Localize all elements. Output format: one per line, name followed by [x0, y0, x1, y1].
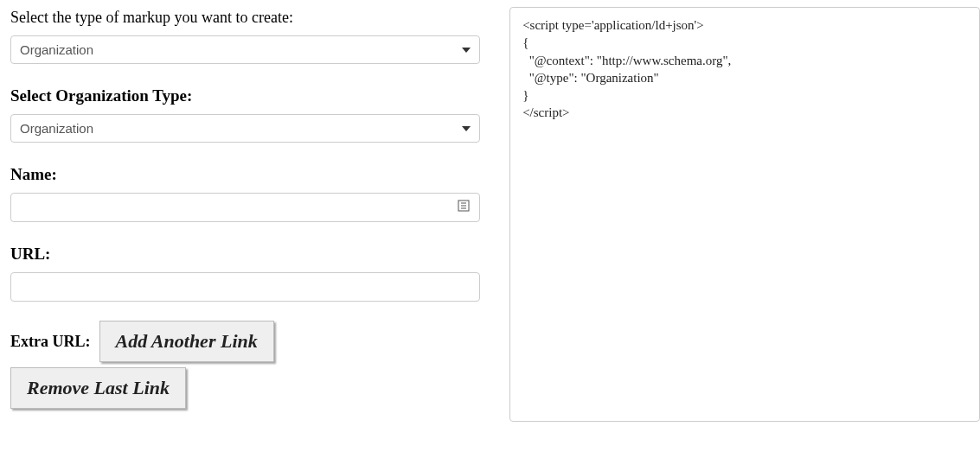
output-line: } [522, 86, 967, 104]
markup-type-select[interactable]: Organization [10, 35, 480, 64]
name-label: Name: [10, 165, 480, 184]
output-line: "@type": "Organization" [522, 69, 967, 86]
remove-last-link-button[interactable]: Remove Last Link [10, 367, 186, 409]
markup-type-label: Select the type of markup you want to cr… [10, 9, 480, 27]
name-input[interactable] [10, 193, 480, 222]
extra-url-label: Extra URL: [10, 333, 91, 351]
name-input-wrap [10, 193, 480, 222]
org-type-select[interactable]: Organization [10, 114, 480, 143]
output-line: "@context": "http://www.schema.org", [522, 52, 967, 69]
url-label: URL: [10, 245, 480, 264]
url-input[interactable] [10, 272, 480, 302]
output-line: </script> [522, 104, 967, 121]
page-container: Select the type of markup you want to cr… [0, 0, 980, 422]
add-another-link-button[interactable]: Add Another Link [99, 321, 274, 362]
output-line: { [522, 34, 967, 51]
output-panel: <script type='application/ld+json'> { "@… [509, 7, 980, 422]
output-line: <script type='application/ld+json'> [522, 16, 967, 34]
org-type-label: Select Organization Type: [10, 86, 480, 105]
form-column: Select the type of markup you want to cr… [0, 7, 490, 422]
extra-url-row: Extra URL: Add Another Link Remove Last … [10, 321, 480, 409]
